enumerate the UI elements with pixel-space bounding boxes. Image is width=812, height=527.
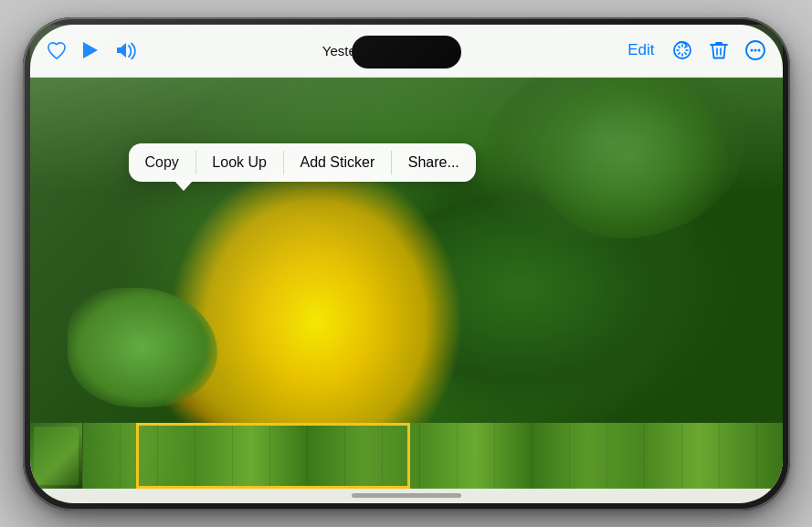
more-button[interactable]	[744, 39, 766, 61]
phone-container: Yesterday 1:44 PM Edit	[14, 10, 799, 518]
favorite-button[interactable]	[47, 41, 67, 59]
volume-button[interactable]	[114, 41, 136, 59]
share-menu-item[interactable]: Share...	[392, 143, 476, 182]
phone-screen: Yesterday 1:44 PM Edit	[30, 25, 783, 503]
play-button[interactable]	[83, 42, 98, 58]
svg-point-4	[757, 49, 760, 52]
filmstrip-main[interactable]	[83, 423, 783, 489]
svg-point-3	[754, 49, 756, 52]
home-indicator	[352, 493, 461, 498]
filmstrip-selection	[136, 423, 410, 489]
toolbar-right: Edit	[627, 39, 765, 61]
add-sticker-menu-item[interactable]: Add Sticker	[283, 143, 391, 182]
phone-frame: Yesterday 1:44 PM Edit	[23, 17, 790, 511]
svg-point-2	[750, 49, 753, 52]
look-up-menu-item[interactable]: Look Up	[195, 143, 283, 182]
delete-button[interactable]	[710, 40, 728, 60]
edit-button[interactable]: Edit	[627, 41, 654, 59]
filmstrip[interactable]	[30, 423, 783, 489]
copy-menu-item[interactable]: Copy	[129, 143, 195, 182]
filmstrip-container	[30, 423, 783, 503]
clean-up-button[interactable]	[671, 39, 693, 61]
context-menu: Copy Look Up Add Sticker Share...	[129, 143, 476, 182]
toolbar-left	[47, 41, 136, 59]
dynamic-island	[352, 36, 461, 69]
film-thumbnail-0[interactable]	[30, 423, 83, 489]
